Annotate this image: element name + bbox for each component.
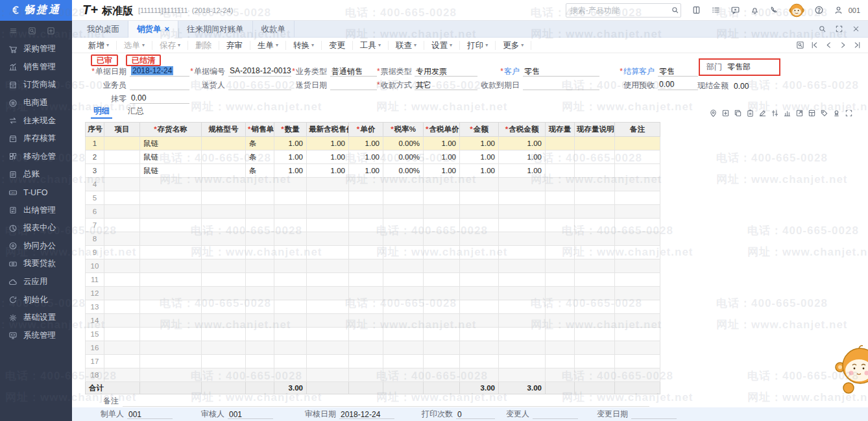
cell-tax_price[interactable]: 1.00 <box>424 137 460 150</box>
sidebar-item-15[interactable]: 基础设置 <box>0 309 72 327</box>
monkey-assistant-icon[interactable] <box>789 3 804 18</box>
cell-inventory[interactable]: 鼠链 <box>140 150 202 164</box>
cell-stock_note[interactable] <box>575 191 615 205</box>
cell-inventory[interactable] <box>140 355 202 368</box>
cell-unit[interactable] <box>246 232 274 246</box>
sidebar-item-6[interactable]: 移动仓管 <box>0 148 72 166</box>
first-record-icon[interactable] <box>810 41 819 49</box>
cell-tax_rate[interactable] <box>383 191 424 205</box>
cell-amount[interactable] <box>460 287 499 300</box>
global-search-input[interactable] <box>570 6 671 15</box>
cell-stock_note[interactable] <box>575 355 615 368</box>
cash-settle-value[interactable]: 0.00 <box>734 82 749 91</box>
sidebar-item-16[interactable]: 系统管理 <box>0 327 72 345</box>
cell-spec[interactable] <box>202 273 246 287</box>
cell-price[interactable] <box>349 205 383 219</box>
cell-stock[interactable] <box>546 300 575 314</box>
field-value[interactable] <box>523 80 599 90</box>
cell-spec[interactable] <box>202 164 246 178</box>
cell-project[interactable] <box>104 219 140 232</box>
cell-tax_amount[interactable] <box>499 368 546 382</box>
cell-project[interactable] <box>104 273 140 287</box>
cell-amount[interactable] <box>460 191 499 205</box>
cell-amount[interactable] <box>460 328 499 341</box>
cell-unit[interactable] <box>246 355 274 368</box>
cell-tax_rate[interactable] <box>383 219 424 232</box>
cell-project[interactable] <box>104 287 140 300</box>
cell-latest_price[interactable] <box>307 191 349 205</box>
field-value[interactable] <box>228 80 291 90</box>
cell-tax_price[interactable] <box>424 191 460 205</box>
cell-project[interactable] <box>104 341 140 355</box>
cell-project[interactable] <box>104 246 140 259</box>
sidebar-item-10[interactable]: 报表中心 <box>0 219 72 237</box>
cell-stock[interactable] <box>546 178 575 191</box>
cell-unit[interactable] <box>246 191 274 205</box>
cell-tax_rate[interactable] <box>383 205 424 219</box>
cell-price[interactable] <box>349 314 383 328</box>
cell-latest_price[interactable] <box>307 328 349 341</box>
cell-latest_price[interactable] <box>307 355 349 368</box>
cell-price[interactable] <box>349 232 383 246</box>
cell-tax_rate[interactable] <box>383 232 424 246</box>
cell-qty[interactable] <box>274 300 307 314</box>
cell-tax_rate[interactable] <box>383 368 424 382</box>
toolbar-item-4[interactable]: 弃审 <box>219 41 250 50</box>
cell-latest_price[interactable] <box>307 219 349 232</box>
cell-inventory[interactable]: 鼠链 <box>140 164 202 178</box>
cell-latest_price[interactable] <box>307 246 349 259</box>
cell-project[interactable] <box>104 137 140 150</box>
cell-remark[interactable] <box>615 328 660 341</box>
cell-unit[interactable] <box>246 246 274 259</box>
cell-stock[interactable] <box>546 164 575 178</box>
search-panel-icon[interactable] <box>28 27 36 35</box>
cell-qty[interactable] <box>274 259 307 273</box>
cell-unit[interactable]: 条 <box>246 164 274 178</box>
cell-price[interactable] <box>349 273 383 287</box>
cell-remark[interactable] <box>615 287 660 300</box>
cell-remark[interactable] <box>615 219 660 232</box>
cell-inventory[interactable]: 鼠链 <box>140 137 202 150</box>
sidebar-item-11[interactable]: 协同办公 <box>0 237 72 256</box>
cell-qty[interactable] <box>274 205 307 219</box>
user-icon[interactable] <box>834 5 843 15</box>
cell-stock_note[interactable] <box>575 232 615 246</box>
cell-stock[interactable] <box>546 273 575 287</box>
cell-no[interactable]: 5 <box>86 191 104 205</box>
cell-spec[interactable] <box>202 300 246 314</box>
cell-latest_price[interactable]: 1.00 <box>307 150 349 164</box>
cell-no[interactable]: 13 <box>86 300 104 314</box>
cell-qty[interactable] <box>274 219 307 232</box>
cell-amount[interactable] <box>460 178 499 191</box>
search-icon[interactable] <box>671 6 679 14</box>
cell-remark[interactable] <box>615 150 660 164</box>
cell-inventory[interactable] <box>140 341 202 355</box>
field-value[interactable] <box>130 80 189 90</box>
phone-icon[interactable] <box>769 5 779 15</box>
cell-tax_amount[interactable] <box>499 300 546 314</box>
cell-inventory[interactable] <box>140 246 202 259</box>
view-tab-1[interactable]: 汇总 <box>125 104 147 119</box>
cell-spec[interactable] <box>202 205 246 219</box>
message-icon[interactable] <box>730 5 740 15</box>
cell-tax_rate[interactable]: 0.00% <box>383 150 424 164</box>
cell-price[interactable] <box>349 246 383 259</box>
cell-latest_price[interactable]: 1.00 <box>307 164 349 178</box>
cell-tax_rate[interactable]: 0.00% <box>383 137 424 150</box>
cell-tax_price[interactable] <box>424 328 460 341</box>
cell-no[interactable]: 7 <box>86 219 104 232</box>
cell-project[interactable] <box>104 368 140 382</box>
calendar-panel-icon[interactable] <box>692 5 701 15</box>
cell-tax_amount[interactable] <box>499 178 546 191</box>
cell-tax_rate[interactable] <box>383 328 424 341</box>
toolbar-item-0[interactable]: 新增▾ <box>81 41 117 50</box>
cell-amount[interactable] <box>460 314 499 328</box>
prev-record-icon[interactable] <box>825 41 833 49</box>
cell-price[interactable] <box>349 191 383 205</box>
cell-stock_note[interactable] <box>575 273 615 287</box>
cell-inventory[interactable] <box>140 205 202 219</box>
sidebar-item-1[interactable]: 销售管理 <box>0 58 72 77</box>
cell-spec[interactable] <box>202 219 246 232</box>
cell-project[interactable] <box>104 355 140 368</box>
cell-stock[interactable] <box>546 191 575 205</box>
